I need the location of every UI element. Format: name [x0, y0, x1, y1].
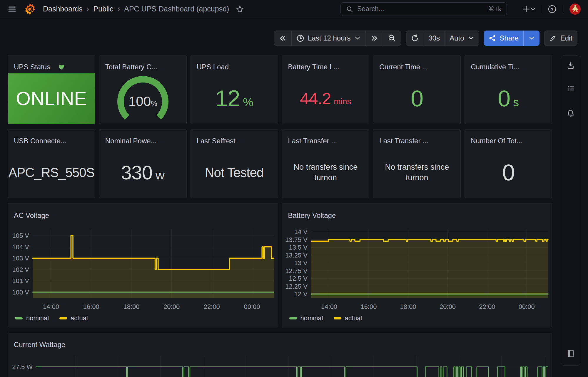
- stat-row-1: UPS StatusONLINETotal Battery C...100%UP…: [8, 55, 552, 124]
- changelog-button[interactable]: [566, 83, 575, 93]
- stat-value-area: 330W: [99, 147, 186, 198]
- download-button[interactable]: [566, 60, 575, 70]
- new-dropdown-button[interactable]: [522, 4, 535, 14]
- plus-icon: [523, 6, 529, 12]
- legend-item-nominal[interactable]: nominal: [289, 314, 323, 322]
- panel-title[interactable]: UPS Status: [14, 63, 50, 71]
- svg-text:?: ?: [551, 7, 553, 12]
- time-shift-back-button[interactable]: [274, 31, 292, 46]
- alerts-button[interactable]: [566, 109, 575, 118]
- panel-title[interactable]: Last Transfer ...: [379, 137, 428, 145]
- legend-label: actual: [345, 314, 362, 322]
- time-shift-forward-button[interactable]: [366, 31, 383, 46]
- ac-voltage-chart[interactable]: 105 V104 V103 V102 V101 V100 V14:0016:00…: [8, 204, 278, 327]
- stat-panel: Number Of Tot...0: [465, 129, 552, 198]
- stat-unit: %: [243, 96, 253, 109]
- chart-legend: nominalactual: [15, 314, 88, 322]
- refresh-button[interactable]: [406, 31, 424, 46]
- chevron-down-icon: [354, 35, 361, 41]
- stat-value-area: 12%: [191, 73, 278, 124]
- pencil-icon: [549, 34, 557, 42]
- breadcrumb-current-dashboard: APC UPS Dashboard (apcupsd): [124, 5, 229, 13]
- refresh-interval-label[interactable]: 30s: [424, 31, 445, 46]
- panel-title[interactable]: Current Time ...: [379, 63, 428, 71]
- edit-label: Edit: [560, 34, 572, 42]
- panel-title[interactable]: Number Of Tot...: [471, 137, 522, 145]
- panel-title[interactable]: Battery Time L...: [288, 63, 340, 71]
- clock-icon: [296, 34, 304, 42]
- stat-value-area: Not Tested: [191, 147, 278, 198]
- zoom-out-button[interactable]: [383, 31, 401, 46]
- breadcrumb-separator: ›: [118, 4, 120, 14]
- svg-text:20:00: 20:00: [440, 303, 456, 310]
- bottom-chart-row: Current Wattage 27.5 W: [8, 333, 552, 377]
- breadcrumb-public[interactable]: Public: [93, 5, 113, 13]
- legend-item-actual[interactable]: actual: [59, 314, 88, 322]
- stat-panel: Current Time ...0: [373, 55, 461, 124]
- stat-value: 0: [502, 159, 514, 186]
- panel-title[interactable]: Nominal Powe...: [105, 137, 157, 145]
- stat-value: Not Tested: [205, 165, 264, 180]
- svg-text:100 V: 100 V: [12, 289, 29, 296]
- battery-voltage-chart[interactable]: 14 V13.75 V13.5 V13.25 V13 V12.75 V12.5 …: [282, 204, 552, 327]
- svg-text:27.5 W: 27.5 W: [12, 363, 33, 371]
- double-chevron-right-icon: [370, 34, 378, 42]
- auto-refresh-picker[interactable]: Auto: [445, 31, 479, 46]
- current-wattage-chart[interactable]: 27.5 W: [8, 333, 552, 377]
- stat-panel: Battery Time L...44.2mins: [282, 55, 370, 124]
- share-split-button: Share: [484, 31, 539, 46]
- stat-value: 330: [121, 161, 152, 184]
- svg-text:20:00: 20:00: [163, 303, 180, 310]
- svg-text:12.5 V: 12.5 V: [289, 275, 308, 282]
- svg-text:13.5 V: 13.5 V: [289, 244, 308, 251]
- svg-text:101 V: 101 V: [12, 277, 29, 285]
- divider: [563, 5, 563, 14]
- legend-item-actual[interactable]: actual: [334, 314, 362, 322]
- stat-value-area: 0s: [465, 73, 552, 124]
- stat-value: 100: [128, 93, 151, 109]
- help-button[interactable]: ?: [547, 4, 557, 14]
- stat-value-area: APC_RS_550S: [8, 147, 95, 198]
- changelog-icon: [566, 83, 575, 93]
- breadcrumb-dashboards[interactable]: Dashboards: [43, 5, 83, 13]
- stat-value: No transfers since turnon: [282, 162, 369, 183]
- share-button[interactable]: Share: [484, 31, 524, 46]
- menu-toggle-button[interactable]: [7, 4, 17, 14]
- stat-value-area: 44.2mins: [282, 73, 369, 124]
- avatar[interactable]: [569, 3, 581, 15]
- search-shortcut: ⌘+k: [488, 5, 501, 13]
- stat-panel: USB Connecte...APC_RS_550S: [8, 129, 95, 198]
- stat-unit: mins: [334, 97, 351, 106]
- dashboard-toolbar: Last 12 hours 30s Aut: [274, 31, 577, 46]
- stat-value: 12: [215, 85, 240, 112]
- legend-swatch: [334, 317, 341, 319]
- panel-title[interactable]: Last Selftest: [197, 137, 235, 145]
- svg-text:18:00: 18:00: [123, 303, 139, 310]
- panel-title[interactable]: UPS Load: [197, 63, 229, 71]
- legend-item-nominal[interactable]: nominal: [15, 314, 49, 322]
- edit-button[interactable]: Edit: [544, 31, 577, 46]
- chevron-down-icon: [528, 35, 535, 41]
- stat-value-area: 100%: [99, 73, 186, 124]
- svg-text:12 V: 12 V: [294, 290, 308, 298]
- panel-title[interactable]: Last Transfer ...: [288, 137, 337, 145]
- panel-title[interactable]: Cumulative Ti...: [471, 63, 519, 71]
- battery_voltage-plot[interactable]: 14 V13.75 V13.5 V13.25 V13 V12.75 V12.5 …: [282, 204, 552, 327]
- legend-label: nominal: [26, 314, 49, 322]
- breadcrumb: Dashboards › Public › APC UPS Dashboard …: [43, 4, 229, 14]
- panel-title[interactable]: USB Connecte...: [14, 137, 66, 145]
- ac_voltage-plot[interactable]: 105 V104 V103 V102 V101 V100 V14:0016:00…: [8, 204, 278, 327]
- panel-title[interactable]: Total Battery C...: [105, 63, 157, 71]
- chevron-down-icon: [468, 35, 474, 41]
- legend-swatch: [289, 317, 297, 319]
- download-icon: [566, 60, 575, 70]
- search-input[interactable]: Search... ⌘+k: [340, 2, 507, 16]
- svg-text:18:00: 18:00: [400, 303, 416, 310]
- current_wattage-plot[interactable]: 27.5 W: [8, 333, 552, 377]
- grafana-logo[interactable]: [24, 3, 36, 16]
- chart-legend: nominalactual: [289, 314, 362, 322]
- time-range-picker[interactable]: Last 12 hours: [292, 31, 365, 46]
- panel-toggle-button[interactable]: [566, 349, 575, 358]
- share-dropdown-button[interactable]: [524, 31, 539, 46]
- favorite-star-button[interactable]: [235, 5, 244, 14]
